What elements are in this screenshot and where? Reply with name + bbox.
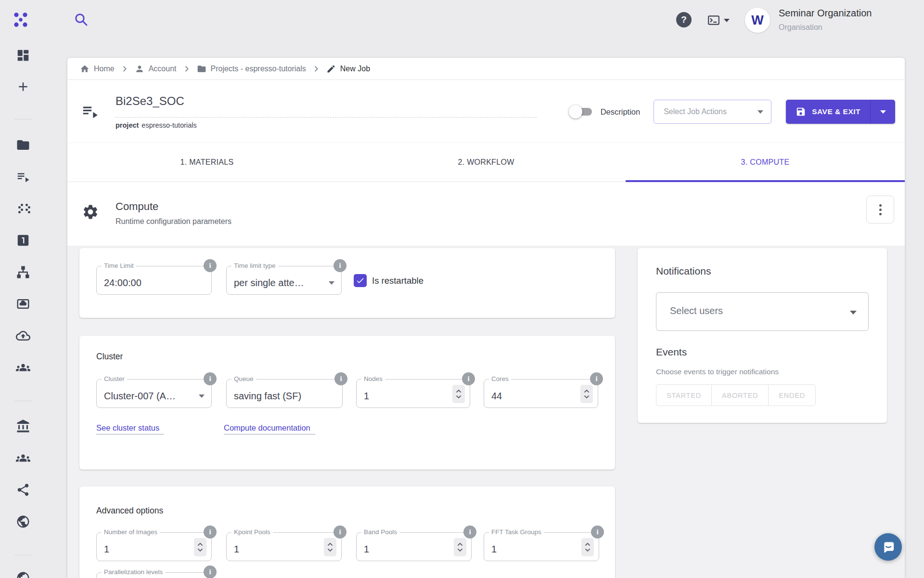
job-project-value: espresso-tutorials	[141, 121, 196, 129]
job-actions-select[interactable]: Select Job Actions	[654, 100, 771, 124]
info-icon[interactable]	[204, 259, 217, 272]
notifications-title: Notifications	[656, 265, 711, 277]
cluster-status-link[interactable]: See cluster status	[96, 423, 164, 434]
breadcrumb-home-label: Home	[94, 65, 115, 73]
chevron-up-icon	[197, 542, 203, 546]
job-title[interactable]: Bi2Se3_SOC	[116, 94, 184, 108]
band-pools-stepper[interactable]: Band Pools 1	[356, 532, 472, 561]
info-icon[interactable]	[334, 525, 346, 539]
sidebar-item-workflows-icon[interactable]	[16, 265, 30, 279]
cores-stepper[interactable]: Cores 44	[484, 379, 598, 408]
info-icon[interactable]	[591, 525, 604, 539]
pencil-icon	[326, 64, 336, 74]
kpoint-pools-label: Kpoint Pools	[231, 528, 273, 536]
save-split-button: SAVE & EXIT	[786, 100, 895, 124]
compute-documentation-link[interactable]: Compute documentation	[224, 423, 315, 434]
stepper-buttons[interactable]	[324, 538, 336, 556]
kpoint-pools-stepper[interactable]: Kpoint Pools 1	[226, 532, 342, 561]
info-icon[interactable]	[204, 525, 217, 539]
info-icon[interactable]	[334, 259, 346, 272]
parallelization-levels-field[interactable]: Parallelization levels	[96, 572, 212, 578]
queue-field[interactable]: Queue saving fast (SF)	[226, 379, 343, 408]
description-toggle[interactable]	[571, 105, 593, 118]
band-pools-value: 1	[364, 544, 369, 555]
compute-subtitle: Runtime configuration parameters	[116, 217, 231, 226]
event-ended-button[interactable]: ENDED	[768, 384, 816, 406]
event-aborted-button[interactable]: ABORTED	[711, 384, 769, 406]
sidebar-item-add-icon[interactable]	[16, 79, 30, 94]
save-icon	[796, 106, 806, 117]
tab-workflow[interactable]: 2. WORKFLOW	[346, 143, 626, 182]
event-started-button[interactable]: STARTED	[656, 384, 712, 406]
stepper-buttons[interactable]	[452, 385, 465, 403]
help-icon[interactable]	[676, 12, 692, 27]
time-limit-label: Time Limit	[102, 262, 136, 269]
number-of-images-stepper[interactable]: Number of Images 1	[96, 532, 212, 561]
sidebar-item-images-icon[interactable]	[16, 297, 30, 311]
sidebar-item-cloud-upload-icon[interactable]	[16, 328, 30, 343]
is-restartable-checkbox[interactable]	[354, 274, 367, 287]
job-header: Bi2Se3_SOC projectespresso-tutorials Des…	[67, 80, 905, 143]
sidebar-item-organization-icon[interactable]	[16, 419, 30, 434]
nodes-label: Nodes	[361, 375, 385, 382]
stepper-buttons[interactable]	[580, 385, 593, 403]
fft-task-groups-value: 1	[491, 544, 497, 555]
chevron-down-icon	[329, 281, 334, 285]
advanced-options-title: Advanced options	[96, 506, 163, 516]
cores-value: 44	[491, 391, 502, 402]
info-icon[interactable]	[462, 372, 475, 385]
chat-launcher-button[interactable]	[874, 533, 902, 561]
sidebar-item-users-icon[interactable]	[16, 451, 30, 465]
info-icon[interactable]	[204, 565, 217, 578]
stepper-buttons[interactable]	[454, 538, 466, 556]
sidebar-item-team-icon[interactable]	[16, 360, 30, 375]
queue-label: Queue	[231, 375, 256, 382]
app-logo-icon[interactable]	[12, 11, 30, 29]
time-limit-type-select[interactable]: Time limit type per single atte…	[226, 266, 342, 295]
cluster-card: Cluster Cluster Cluster-007 (A… Queue sa…	[79, 336, 615, 470]
console-caret-icon	[724, 19, 730, 22]
nodes-stepper[interactable]: Nodes 1	[356, 379, 470, 408]
select-users-dropdown[interactable]: Select users	[656, 292, 869, 331]
info-icon[interactable]	[463, 525, 476, 539]
info-icon[interactable]	[590, 372, 603, 385]
compute-section-header: Compute Runtime configuration parameters	[67, 182, 905, 246]
notifications-card: Notifications Select users Events Choose…	[638, 248, 887, 423]
save-menu-button[interactable]	[870, 100, 895, 124]
time-limit-field[interactable]: Time Limit 24:00:00	[96, 266, 212, 295]
sidebar-item-dashboard-icon[interactable]	[16, 48, 30, 63]
breadcrumb-account[interactable]: Account	[135, 64, 177, 74]
sidebar-item-web-partial-icon[interactable]	[16, 571, 30, 578]
fft-task-groups-stepper[interactable]: FFT Task Groups 1	[484, 532, 599, 561]
console-icon[interactable]	[706, 13, 732, 27]
sidebar-item-jobs-icon[interactable]	[16, 170, 30, 184]
sidebar-item-counter-one-icon[interactable]	[16, 233, 30, 248]
avatar[interactable]: W	[745, 8, 770, 33]
org-name[interactable]: Seminar Organization	[779, 8, 872, 19]
check-icon	[356, 276, 365, 285]
toggle-knob	[569, 105, 582, 118]
breadcrumb-home[interactable]: Home	[80, 64, 115, 74]
sidebar-item-projects-folder-icon[interactable]	[16, 138, 30, 152]
stepper-buttons[interactable]	[194, 538, 206, 556]
sidebar-item-share-icon[interactable]	[16, 483, 30, 497]
chevron-down-icon	[199, 394, 205, 398]
chevron-up-icon	[327, 542, 333, 546]
sidebar-item-web-icon[interactable]	[16, 514, 30, 529]
event-toggle-group: STARTED ABORTED ENDED	[656, 384, 816, 406]
breadcrumb-projects[interactable]: Projects - espresso-tutorials	[197, 64, 306, 74]
stepper-buttons[interactable]	[581, 538, 594, 556]
cluster-select[interactable]: Cluster Cluster-007 (A…	[96, 379, 212, 408]
info-icon[interactable]	[334, 372, 347, 385]
tab-materials[interactable]: 1. MATERIALS	[67, 143, 346, 182]
breadcrumb-new-job: New Job	[326, 64, 370, 74]
kebab-menu-button[interactable]	[866, 196, 894, 223]
search-icon[interactable]	[73, 12, 89, 27]
breadcrumb-account-label: Account	[149, 65, 177, 73]
save-exit-button[interactable]: SAVE & EXIT	[786, 100, 870, 124]
sidebar-item-materials-icon[interactable]	[16, 201, 30, 216]
chevron-right-icon	[312, 65, 320, 73]
tab-compute[interactable]: 3. COMPUTE	[626, 143, 905, 182]
info-icon[interactable]	[204, 372, 217, 385]
description-label: Description	[601, 107, 641, 117]
